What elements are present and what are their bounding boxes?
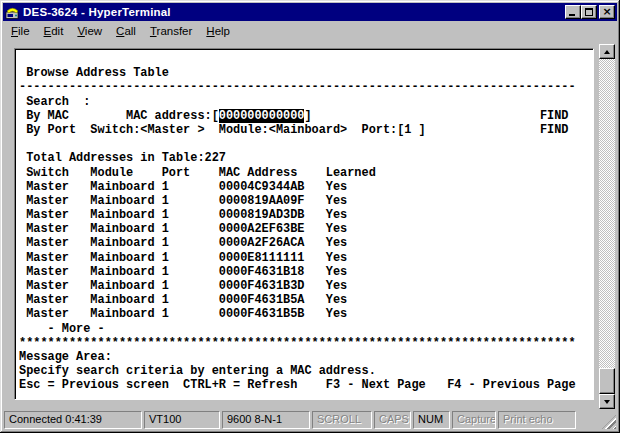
screen-title: Browse Address Table [19, 66, 591, 80]
menu-transfer[interactable]: Transfer [143, 23, 199, 40]
status-baud-settings: 9600 8-N-1 [222, 411, 310, 429]
table-row: Master Mainboard 1 0000E8111111 Yes [19, 251, 591, 265]
total-addresses: Total Addresses in Table:227 [19, 151, 591, 165]
menubar: File Edit View Call Transfer Help [3, 22, 617, 41]
status-emulation: VT100 [144, 411, 220, 429]
table-row: Master Mainboard 1 0000F4631B5B Yes [19, 307, 591, 321]
hyperterminal-window: DES-3624 - HyperTerminal × File Edit Vie… [0, 0, 620, 433]
minimize-button[interactable] [565, 5, 581, 19]
scroll-down-button[interactable] [599, 394, 615, 409]
blank-line [19, 137, 591, 151]
menu-call[interactable]: Call [109, 23, 143, 40]
terminal-frame: Browse Address Table--------------------… [14, 48, 594, 400]
close-icon: × [600, 6, 614, 18]
minimize-icon [569, 14, 575, 16]
status-connected: Connected 0:41:39 [4, 411, 142, 429]
status-num-lock: NUM [413, 411, 450, 429]
more-indicator: - More - [19, 322, 591, 336]
find-by-mac-button[interactable]: FIND [540, 109, 569, 123]
search-by-port-row: By Port Switch:<Master > Module:<Mainboa… [19, 123, 591, 137]
window-controls: × [565, 5, 615, 19]
table-header: Switch Module Port MAC Address Learned [19, 166, 591, 180]
table-row: Master Mainboard 1 0000F4631B3D Yes [19, 279, 591, 293]
table-row: Master Mainboard 1 0000A2F26ACA Yes [19, 236, 591, 250]
statusbar: Connected 0:41:39 VT100 9600 8-N-1 SCROL… [4, 411, 616, 429]
blank-line [19, 52, 591, 66]
arrow-up-icon [604, 50, 610, 54]
menu-file[interactable]: File [4, 23, 37, 40]
table-row: Master Mainboard 1 00004C9344AB Yes [19, 180, 591, 194]
hotkey-bar: Esc = Previous screen CTRL+R = Refresh F… [19, 378, 591, 392]
hyperterminal-icon [5, 5, 20, 20]
search-label: Search : [19, 95, 591, 109]
find-by-port-button[interactable]: FIND [540, 123, 569, 137]
table-row: Master Mainboard 1 0000A2EF63BE Yes [19, 222, 591, 236]
separator-asterisks: ****************************************… [19, 336, 591, 350]
maximize-icon [585, 8, 593, 16]
close-button[interactable]: × [599, 5, 615, 19]
vertical-scrollbar[interactable] [599, 44, 615, 409]
status-caps-lock: CAPS [374, 411, 411, 429]
status-capture: Capture [452, 411, 496, 429]
window-title: DES-3624 - HyperTerminal [23, 6, 562, 18]
table-row: Master Mainboard 1 0000F4631B18 Yes [19, 265, 591, 279]
scroll-up-button[interactable] [599, 44, 615, 59]
scrollbar-track[interactable] [599, 59, 615, 394]
mac-address-input[interactable]: 000000000000 [219, 109, 305, 123]
resize-grip[interactable] [602, 415, 616, 429]
message-text: Specify search criteria by entering a MA… [19, 364, 591, 378]
status-scroll-lock: SCROLL [312, 411, 372, 429]
table-row: Master Mainboard 1 0000819AD3DB Yes [19, 208, 591, 222]
menu-help[interactable]: Help [199, 23, 237, 40]
scrollbar-thumb[interactable] [599, 368, 615, 394]
table-row: Master Mainboard 1 0000819AA09F Yes [19, 194, 591, 208]
arrow-down-icon [604, 400, 610, 404]
status-print-echo: Print echo [498, 411, 576, 429]
search-by-mac-row: By MAC MAC address:[000000000000] FIND [19, 109, 591, 123]
terminal-screen[interactable]: Browse Address Table--------------------… [17, 51, 591, 397]
separator-line: ----------------------------------------… [19, 80, 591, 94]
maximize-button[interactable] [581, 5, 597, 19]
message-area-title: Message Area: [19, 350, 591, 364]
menu-view[interactable]: View [70, 23, 109, 40]
menu-edit[interactable]: Edit [37, 23, 71, 40]
table-row: Master Mainboard 1 0000F4631B5A Yes [19, 293, 591, 307]
titlebar[interactable]: DES-3624 - HyperTerminal × [3, 3, 617, 21]
client-area: Browse Address Table--------------------… [3, 41, 617, 410]
